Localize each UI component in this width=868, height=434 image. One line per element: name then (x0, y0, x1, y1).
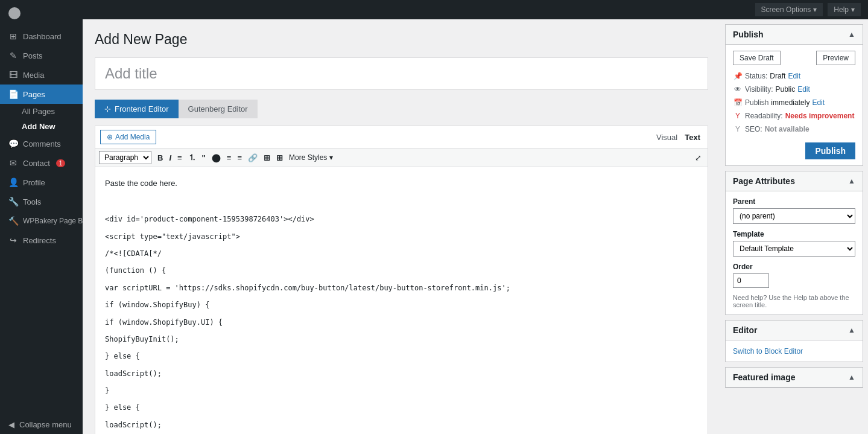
sidebar-item-label: Redirects (23, 236, 56, 245)
publish-panel: Publish ▲ Save Draft Preview 📌 Status: D… (725, 24, 863, 166)
switch-to-block-editor-link[interactable]: Switch to Block Editor (733, 347, 803, 356)
content-line-2: <div id='product-component-1595398726403… (105, 213, 698, 225)
tools-icon: 🔧 (8, 197, 18, 206)
italic-button[interactable]: I (166, 152, 174, 164)
add-media-button[interactable]: ⊕ Add Media (100, 130, 156, 144)
bold-button[interactable]: B (155, 152, 165, 164)
ordered-list-button[interactable]: ⒈ (186, 151, 198, 164)
status-value: Draft (770, 72, 785, 80)
sidebar-item-dashboard[interactable]: ⊞ Dashboard (0, 27, 83, 46)
grid-button[interactable]: ⊞ (274, 152, 285, 164)
editor-buttons: ⊹ Frontend Editor Gutenberg Editor (95, 100, 708, 118)
readability-row: Y Readability: Needs improvement (733, 111, 855, 121)
save-draft-button[interactable]: Save Draft (733, 51, 781, 65)
sidebar-item-label: Dashboard (23, 32, 62, 41)
add-media-label: Add Media (115, 133, 150, 141)
help-button[interactable]: Help ▾ (828, 3, 861, 16)
gutenberg-editor-button[interactable]: Gutenberg Editor (179, 100, 258, 118)
sidebar-item-label: Contact (23, 159, 50, 168)
readability-label: Readability: (745, 112, 783, 120)
align-center-button[interactable]: ≡ (224, 152, 234, 164)
sidebar-item-media[interactable]: 🎞 Media (0, 65, 83, 85)
preview-button[interactable]: Preview (816, 51, 855, 65)
editor-content[interactable]: Paste the code here. <div id='product-co… (95, 167, 708, 434)
content-line-8: if (window.ShopifyBuy.UI) { (105, 316, 698, 328)
sidebar-item-comments[interactable]: 💬 Comments (0, 134, 83, 153)
unordered-list-button[interactable]: ≡ (175, 152, 185, 164)
page-attributes-panel-header[interactable]: Page Attributes ▲ (726, 171, 863, 191)
expand-button[interactable]: ⤢ (692, 152, 704, 164)
calendar-icon: 📅 (733, 98, 743, 107)
text-view-button[interactable]: Text (682, 132, 703, 143)
frontend-icon: ⊹ (104, 104, 111, 113)
parent-select[interactable]: (no parent) (733, 208, 855, 224)
help-chevron-icon: ▾ (851, 5, 855, 14)
publish-edit-link[interactable]: Edit (812, 98, 825, 107)
posts-icon: ✎ (8, 51, 18, 60)
status-edit-link[interactable]: Edit (788, 72, 800, 80)
template-select[interactable]: Default Template (733, 241, 855, 257)
order-input[interactable] (733, 273, 769, 288)
contact-icon: ✉ (8, 158, 18, 168)
content-line-9: ShopifyBuyInit(); (105, 333, 698, 345)
contact-badge: 1 (56, 159, 66, 167)
blockquote-button[interactable]: " (200, 152, 208, 164)
featured-image-panel: Featured image ▲ (725, 367, 863, 388)
seo-label: SEO: (745, 125, 762, 133)
align-left-button[interactable]: ⬤ (209, 152, 223, 164)
editor-panel-header[interactable]: Editor ▲ (726, 321, 863, 340)
svg-text:W: W (13, 11, 17, 16)
sidebar-item-add-new[interactable]: Add New (0, 119, 83, 134)
content-line-0: Paste the code here. (105, 177, 698, 190)
sidebar-item-posts[interactable]: ✎ Posts (0, 46, 83, 65)
content-line-11: loadScript(); (105, 368, 698, 380)
visibility-label: Visibility: (745, 85, 773, 94)
frontend-editor-button[interactable]: ⊹ Frontend Editor (95, 100, 179, 118)
paragraph-select[interactable]: Paragraph Heading 1 Heading 2 Heading 3 (99, 151, 151, 164)
collapse-menu[interactable]: ◀ Collapse menu (0, 415, 83, 434)
screen-options-label: Screen Options (761, 5, 811, 14)
sidebar-item-label: Media (23, 71, 44, 80)
template-label: Template (733, 230, 855, 238)
parent-label: Parent (733, 197, 855, 206)
featured-image-panel-header[interactable]: Featured image ▲ (726, 368, 863, 388)
sidebar-item-contact[interactable]: ✉ Contact 1 (0, 153, 83, 173)
page-title-input[interactable] (95, 57, 708, 90)
frontend-label: Frontend Editor (115, 104, 169, 113)
content-line-6: var scriptURL = 'https://sdks.shopifycdn… (105, 282, 698, 294)
publish-panel-header[interactable]: Publish ▲ (726, 25, 863, 45)
align-right-button[interactable]: ≡ (235, 152, 244, 164)
link-button[interactable]: 🔗 (246, 152, 260, 164)
visibility-edit-link[interactable]: Edit (797, 85, 810, 94)
toolbar-row: Paragraph Heading 1 Heading 2 Heading 3 … (95, 148, 708, 167)
screen-options-chevron-icon: ▾ (813, 5, 817, 14)
table-button[interactable]: ⊞ (261, 152, 273, 164)
sidebar-logo[interactable]: W (0, 0, 83, 27)
publish-button[interactable]: Publish (805, 142, 855, 159)
status-icon: 📌 (733, 71, 743, 81)
sidebar-item-redirects[interactable]: ↪ Redirects (0, 231, 83, 250)
sidebar-item-profile[interactable]: 👤 Profile (0, 173, 83, 192)
content-line-10: } else { (105, 350, 698, 362)
content-line-1 (105, 195, 698, 208)
more-styles-button[interactable]: More Styles ▾ (287, 152, 335, 163)
featured-image-chevron-icon: ▲ (848, 373, 855, 381)
help-label: Help (834, 5, 849, 14)
sidebar-item-pages[interactable]: 📄 Pages (0, 85, 83, 104)
sidebar-item-all-pages[interactable]: All Pages (0, 104, 83, 119)
content-line-7: if (window.ShopifyBuy) { (105, 299, 698, 311)
sidebar-item-tools[interactable]: 🔧 Tools (0, 192, 83, 211)
view-toggle: Visual Text (654, 132, 703, 143)
content-line-4: /*<![CDATA[*/ (105, 247, 698, 260)
sidebar-item-label: Comments (23, 139, 61, 148)
content-line-14: loadScript(); (105, 419, 698, 431)
publish-chevron-icon: ▲ (848, 30, 855, 39)
sidebar-item-wpbakery[interactable]: 🔨 WPBakery Page Builder (0, 211, 83, 231)
right-sidebar: Publish ▲ Save Draft Preview 📌 Status: D… (720, 19, 868, 434)
visual-view-button[interactable]: Visual (654, 132, 680, 143)
sidebar-item-label: Posts (23, 51, 43, 60)
sidebar-item-label: Tools (23, 197, 41, 206)
screen-options-button[interactable]: Screen Options ▾ (755, 3, 823, 16)
seo-row: Y SEO: Not available (733, 124, 855, 134)
pages-icon: 📄 (8, 89, 18, 99)
